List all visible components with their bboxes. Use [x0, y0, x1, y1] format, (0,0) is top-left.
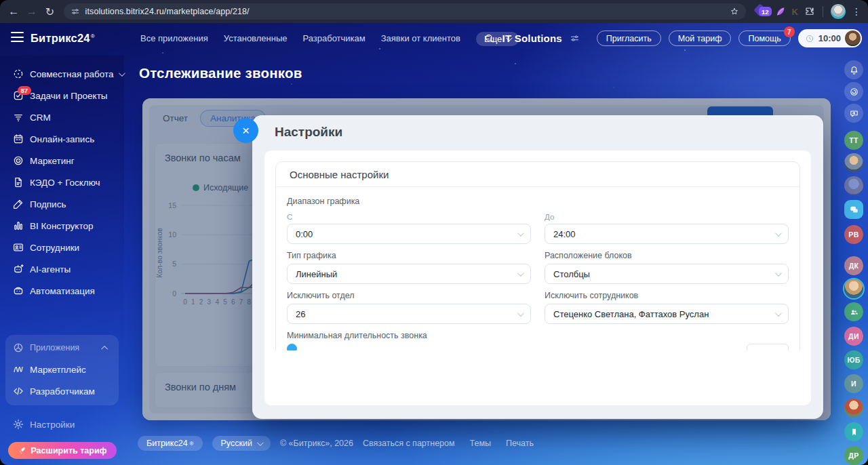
- forward-button[interactable]: →: [25, 3, 39, 20]
- reload-button[interactable]: ↻: [43, 3, 57, 20]
- to-select[interactable]: 24:00: [545, 224, 789, 244]
- k-extension-icon[interactable]: K: [792, 7, 798, 17]
- url-text[interactable]: itsolutions.bitrix24.ru/marketplace/app/…: [85, 7, 724, 16]
- address-bar[interactable]: itsolutions.bitrix24.ru/marketplace/app/…: [64, 3, 746, 20]
- chevron-down-icon: [775, 310, 782, 317]
- tariff-button[interactable]: Мой тариф: [669, 31, 732, 46]
- sidebar-item-calendar[interactable]: Онлайн-запись: [0, 128, 124, 150]
- menu-hamburger-icon[interactable]: [11, 32, 24, 42]
- sidebar-item-label: AI-агенты: [30, 264, 71, 275]
- sidebar-menu: Совместная работаЗадачи и Проекты87CRMОн…: [0, 63, 124, 302]
- chevron-down-icon: [775, 230, 782, 237]
- sidebar-item-collab[interactable]: Совместная работа: [0, 63, 124, 85]
- chevron-down-icon: [517, 270, 524, 277]
- browser-menu-icon[interactable]: ⋮: [852, 6, 861, 17]
- footer-brand-button[interactable]: Битрикс24®: [138, 436, 203, 451]
- recent-chat-avatar[interactable]: [844, 399, 863, 418]
- sidebar-item-label: Сотрудники: [30, 243, 79, 253]
- modal-close-button[interactable]: ×: [233, 118, 258, 143]
- main-settings-card: Основные настройки Диапазон графика С 0:…: [275, 161, 800, 350]
- sidebar-item-label: Маркетинг: [30, 156, 75, 166]
- chevron-down-icon: [118, 70, 125, 77]
- site-settings-icon[interactable]: [71, 7, 80, 16]
- sidebar-item-crm[interactable]: CRM: [0, 106, 124, 128]
- settings-scroll-area[interactable]: Основные настройки Диапазон графика С 0:…: [275, 161, 800, 350]
- im-rightbar: ТТРВДКДИЮБИДР: [840, 23, 868, 465]
- sidebar-item-label: КЭДО + Госключ: [30, 178, 100, 188]
- recent-chat-avatar[interactable]: ДР: [844, 446, 863, 465]
- sidebar-item-code[interactable]: Разработчикам: [5, 380, 119, 402]
- settings-modal: Настройки Основные настройки Диапазон гр…: [252, 115, 823, 419]
- feather-extension-icon[interactable]: [775, 6, 786, 17]
- sidebar-item-target[interactable]: Маркетинг: [0, 150, 124, 171]
- recent-chat-avatar[interactable]: [844, 153, 863, 172]
- footer-link[interactable]: Связаться с партнером: [363, 439, 455, 448]
- duration-value-input[interactable]: [747, 344, 789, 350]
- sidebar-item-ai[interactable]: AI-агенты: [0, 258, 124, 280]
- top-nav-item[interactable]: Разработчикам: [302, 31, 365, 47]
- sidebar-item-pen[interactable]: Подпись: [0, 193, 124, 215]
- exclude-dept-select[interactable]: 26: [287, 304, 531, 324]
- sidebar-item-label: Онлайн-запись: [30, 134, 94, 144]
- recent-chat-avatar[interactable]: ЮБ: [844, 350, 863, 369]
- chart-type-label: Тип графика: [287, 251, 531, 260]
- sidebar-item-label: Разработчикам: [30, 386, 95, 397]
- recent-chat-avatar[interactable]: И: [844, 374, 863, 393]
- browser-profile-avatar[interactable]: [831, 4, 846, 19]
- chat-button[interactable]: [844, 104, 863, 123]
- recent-chat-avatar[interactable]: ТТ: [844, 131, 863, 150]
- sidebar-item-label: BI Конструктор: [30, 221, 93, 231]
- range-label: Диапазон графика: [287, 197, 789, 206]
- slider-handle[interactable]: [287, 344, 297, 350]
- portal-filter-icon[interactable]: [570, 33, 580, 43]
- modal-panel: Основные настройки Диапазон графика С 0:…: [264, 150, 811, 405]
- sidebar-item-bars[interactable]: BI Конструктор: [0, 215, 124, 237]
- help-button[interactable]: Помощь 7: [738, 31, 790, 46]
- recent-chat-avatar[interactable]: ДК: [844, 256, 863, 275]
- bookmark-app-button[interactable]: [844, 422, 863, 441]
- chart-type-select[interactable]: Линейный: [287, 264, 531, 284]
- min-duration-slider: [287, 344, 789, 350]
- chevron-down-icon: [257, 439, 264, 446]
- recent-chat-avatar[interactable]: ДИ: [844, 327, 863, 346]
- help-badge: 7: [784, 26, 795, 37]
- sidebar-item-tasks[interactable]: Задачи и Проекты87: [0, 85, 124, 106]
- footer-link[interactable]: Темы: [470, 439, 491, 448]
- bell-button[interactable]: [844, 60, 863, 79]
- messenger-app-button[interactable]: [844, 200, 863, 219]
- top-nav-item[interactable]: Заявки от клиентов: [381, 31, 460, 47]
- to-label: До: [545, 213, 789, 221]
- upgrade-tariff-button[interactable]: Расширить тариф: [8, 442, 117, 459]
- invite-button[interactable]: Пригласить: [597, 31, 661, 46]
- sidebar-item-doc[interactable]: КЭДО + Госключ: [0, 171, 124, 193]
- sidebar-item-idcard[interactable]: Сотрудники: [0, 237, 124, 258]
- copilot-button[interactable]: [844, 82, 863, 101]
- copyright-text: © «Битрикс», 2026: [280, 439, 353, 448]
- people-app-button[interactable]: [844, 302, 863, 321]
- from-select[interactable]: 0:00: [287, 224, 531, 244]
- sidebar-group-apps[interactable]: Приложения: [5, 337, 119, 359]
- recent-chat-avatar[interactable]: РВ: [844, 225, 863, 244]
- search-icon[interactable]: [484, 33, 495, 44]
- blocks-layout-select[interactable]: Столбцы: [545, 264, 789, 284]
- top-navigation: Все приложенияУстановленныеРазработчикам…: [140, 31, 519, 47]
- sidebar-item-waves[interactable]: Маркетплейс: [5, 359, 119, 380]
- extension-icon[interactable]: 12: [755, 5, 769, 18]
- bitrix-logo[interactable]: Битрикс24®: [31, 32, 95, 45]
- top-nav-item[interactable]: Все приложения: [140, 31, 208, 47]
- blocks-layout-label: Расположение блоков: [545, 251, 789, 260]
- language-select[interactable]: Русский: [212, 436, 271, 451]
- recent-chat-avatar[interactable]: [844, 279, 863, 298]
- bookmark-star-icon[interactable]: [730, 7, 739, 16]
- footer-link[interactable]: Печать: [506, 439, 534, 448]
- crm-icon: [12, 111, 24, 123]
- extensions-puzzle-icon[interactable]: [804, 6, 815, 17]
- sidebar-item-label: Маркетплейс: [30, 365, 86, 375]
- back-button[interactable]: ←: [7, 3, 21, 20]
- recent-chat-avatar[interactable]: [844, 176, 863, 195]
- from-label: С: [287, 213, 531, 221]
- exclude-employees-select[interactable]: Стеценко Светлана, Фаттахов Руслан: [545, 304, 789, 324]
- sidebar-item-robot[interactable]: Автоматизация: [0, 280, 124, 302]
- sidebar-item-settings[interactable]: Настройки: [0, 413, 124, 435]
- top-nav-item[interactable]: Установленные: [224, 31, 288, 47]
